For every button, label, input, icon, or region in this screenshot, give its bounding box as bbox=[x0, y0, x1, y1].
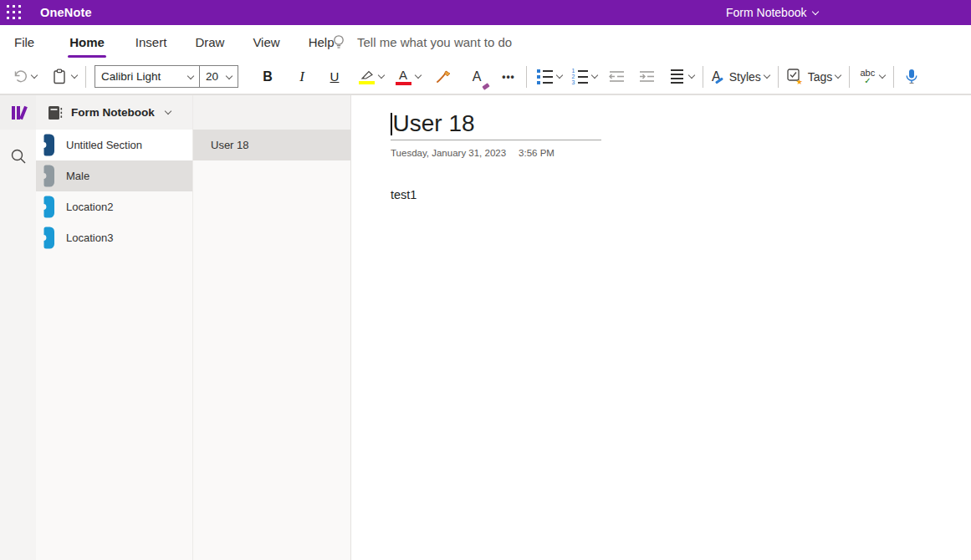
undo-button[interactable] bbox=[10, 64, 28, 90]
page-title-text: User 18 bbox=[393, 110, 475, 137]
undo-menu-chevron-icon[interactable] bbox=[31, 72, 38, 79]
alignment-button[interactable] bbox=[667, 64, 686, 90]
section-item-untitled-section[interactable]: Untitled Section bbox=[36, 130, 192, 160]
styles-button[interactable]: A Styles bbox=[712, 64, 769, 90]
digit: 3 bbox=[572, 81, 575, 84]
paste-button[interactable] bbox=[50, 64, 69, 90]
chevron-down-icon bbox=[165, 108, 171, 115]
tags-icon: ★ bbox=[787, 69, 801, 85]
notebook-title: Form Notebook bbox=[71, 106, 155, 119]
page-date: Tuesday, January 31, 2023 bbox=[391, 148, 506, 158]
notebooks-icon bbox=[9, 104, 28, 122]
highlighter-icon bbox=[358, 69, 375, 80]
eraser-icon bbox=[482, 83, 489, 90]
section-label: Location2 bbox=[66, 201, 113, 213]
toolbar-separator bbox=[85, 66, 86, 88]
indent-icon bbox=[639, 70, 655, 83]
dictate-button[interactable] bbox=[902, 64, 921, 90]
section-tab-icon bbox=[43, 196, 54, 218]
search-button[interactable] bbox=[0, 139, 36, 173]
chevron-down-icon bbox=[187, 72, 194, 79]
bulleted-list-button[interactable] bbox=[535, 64, 554, 90]
toolbar-separator bbox=[778, 66, 779, 88]
font-color-menu-chevron-icon[interactable] bbox=[415, 72, 422, 79]
font-color-button[interactable]: A bbox=[394, 64, 412, 90]
increase-indent-button[interactable] bbox=[637, 64, 656, 90]
app-header: OneNote Form Notebook bbox=[0, 0, 971, 25]
ribbon-menubar: File Home Insert Draw View Help Tell me … bbox=[0, 25, 971, 59]
section-tab-icon bbox=[43, 134, 54, 156]
clear-formatting-letter: A bbox=[473, 70, 482, 84]
page-canvas[interactable]: User 18 Tuesday, January 31, 20233:56 PM… bbox=[351, 95, 971, 560]
menu-insert[interactable]: Insert bbox=[134, 25, 169, 59]
bulleted-list-icon bbox=[537, 69, 553, 84]
highlight-menu-chevron-icon[interactable] bbox=[378, 72, 385, 79]
section-item-male[interactable]: Male bbox=[36, 160, 192, 191]
tags-label: Tags bbox=[808, 70, 833, 84]
section-label: Male bbox=[66, 170, 89, 182]
digit: 2 bbox=[572, 75, 575, 79]
notebooks-nav-button[interactable] bbox=[0, 95, 36, 130]
tell-me-placeholder: Tell me what you want to do bbox=[357, 35, 512, 49]
page-list-header bbox=[193, 95, 350, 130]
nav-rail bbox=[0, 95, 36, 560]
formatting-toolbar: Calibri Light 20 B I U A bbox=[0, 59, 971, 95]
chevron-down-icon bbox=[226, 72, 233, 79]
tell-me-search[interactable]: Tell me what you want to do bbox=[331, 25, 512, 59]
align-text-icon bbox=[671, 69, 683, 84]
star-icon: ★ bbox=[796, 78, 803, 86]
app-body: Form Notebook Untitled Section Male bbox=[0, 95, 971, 560]
page-title-field[interactable]: User 18 bbox=[391, 110, 601, 140]
styles-icon: A bbox=[712, 70, 721, 84]
spelling-button[interactable]: abc ✓ bbox=[858, 64, 876, 90]
menu-draw[interactable]: Draw bbox=[193, 25, 226, 59]
toolbar-separator bbox=[849, 66, 850, 88]
menu-file[interactable]: File bbox=[13, 25, 36, 59]
styles-label: Styles bbox=[729, 70, 761, 84]
page-label: User 18 bbox=[211, 139, 249, 151]
search-icon bbox=[10, 148, 27, 165]
section-item-location2[interactable]: Location2 bbox=[36, 191, 192, 222]
numbering-menu-chevron-icon[interactable] bbox=[591, 72, 598, 79]
notebook-switcher[interactable]: Form Notebook bbox=[726, 0, 818, 25]
clear-formatting-button[interactable]: A bbox=[468, 64, 486, 90]
font-color-swatch bbox=[396, 82, 411, 85]
highlight-color-button[interactable] bbox=[357, 64, 376, 90]
alignment-menu-chevron-icon[interactable] bbox=[688, 72, 695, 79]
page-date-line: Tuesday, January 31, 20233:56 PM bbox=[391, 148, 971, 158]
onenote-app-window: OneNote Form Notebook File Home Insert D… bbox=[0, 0, 971, 560]
notebook-switcher-label: Form Notebook bbox=[726, 6, 806, 19]
more-options-button[interactable]: ••• bbox=[499, 64, 518, 90]
microphone-icon bbox=[904, 69, 919, 84]
numbered-list-button[interactable]: 1 2 3 bbox=[570, 64, 589, 90]
section-item-location3[interactable]: Location3 bbox=[36, 222, 192, 253]
paste-menu-chevron-icon[interactable] bbox=[71, 72, 78, 79]
lightbulb-icon bbox=[331, 34, 346, 50]
font-size-select[interactable]: 20 bbox=[199, 65, 238, 88]
section-label: Untitled Section bbox=[66, 139, 142, 151]
notebook-icon bbox=[47, 104, 64, 121]
decrease-indent-button[interactable] bbox=[607, 64, 626, 90]
bullets-menu-chevron-icon[interactable] bbox=[556, 72, 563, 79]
format-painter-button[interactable] bbox=[434, 64, 452, 90]
page-list-panel: User 18 bbox=[193, 95, 351, 560]
bold-button[interactable]: B bbox=[258, 64, 277, 90]
spelling-menu-chevron-icon[interactable] bbox=[879, 72, 886, 79]
section-label: Location3 bbox=[66, 232, 113, 244]
underline-button[interactable]: U bbox=[325, 64, 344, 90]
app-title: OneNote bbox=[40, 6, 92, 19]
toolbar-separator bbox=[703, 66, 703, 88]
tags-menu-chevron-icon bbox=[835, 72, 841, 79]
note-body-text[interactable]: test1 bbox=[391, 188, 725, 201]
menu-view[interactable]: View bbox=[251, 25, 281, 59]
tags-button[interactable]: ★ Tags bbox=[787, 64, 841, 90]
notebook-dropdown[interactable]: Form Notebook bbox=[36, 95, 192, 130]
app-launcher-icon[interactable] bbox=[2, 0, 27, 25]
clipboard-icon bbox=[52, 69, 67, 84]
font-color-letter: A bbox=[399, 69, 407, 81]
page-item-user-18[interactable]: User 18 bbox=[193, 130, 350, 160]
menu-home[interactable]: Home bbox=[68, 25, 106, 59]
italic-button[interactable]: I bbox=[293, 64, 311, 90]
font-name-select[interactable]: Calibri Light bbox=[95, 65, 200, 88]
chevron-down-icon bbox=[812, 8, 819, 14]
